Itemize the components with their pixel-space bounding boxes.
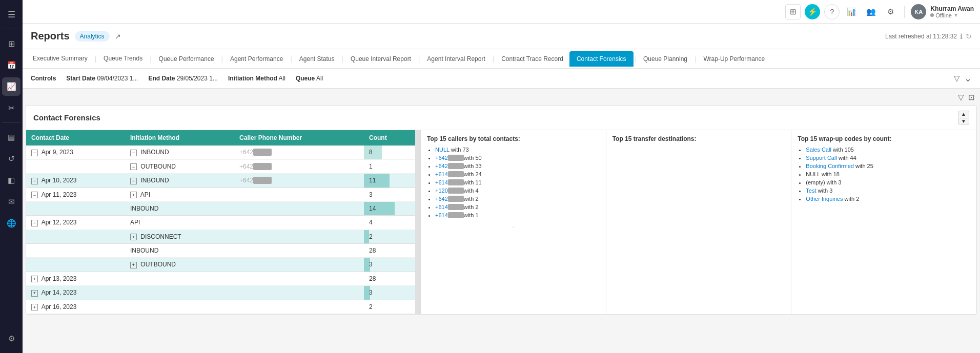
expand-minus-icon[interactable]: − [130,150,137,156]
start-date-control[interactable]: Start Date 09/04/2023 1... [66,75,138,82]
tab-agent-interval[interactable]: Agent Interval Report [421,51,491,67]
col-count: Count [364,130,415,146]
sidebar: ☰ ⊞ 📅 📈 ✂ ▤ ↺ ◧ ✉ 🌐 ⚙ [0,0,23,353]
list-item: +614 with 1 [435,212,600,218]
top-wrapup-panel: Top 15 wrap-up codes by count: Sales Cal… [791,130,976,314]
info-icon[interactable]: ℹ [960,32,963,40]
table-row: + DISCONNECT 2 [26,230,415,244]
list-item: Other Inquiries with 2 [806,196,970,202]
menu-icon[interactable]: ☰ [2,5,21,24]
refresh-icon[interactable]: ↻ [966,32,972,40]
table-row: INBOUND 28 [26,244,415,258]
top-navbar: ⊞ ⚡ ? 📊 👥 ⚙ KA Khurram Awan Offline ▼ [23,0,980,24]
refresh-info: Last refreshed at 11:28:32 [885,33,957,40]
panel-scroll-up-btn[interactable]: ▲ [958,111,969,117]
expand-minus-icon[interactable]: − [31,220,38,226]
forensics-panel-header: Contact Forensics ▲ ▼ [26,106,976,130]
expand-controls-icon[interactable]: ⌄ [964,73,972,84]
top-transfer-title: Top 15 transfer destinations: [612,135,785,142]
panel-scroll-down-btn[interactable]: ▼ [958,118,969,124]
tab-contact-forensics[interactable]: Contact Forensics [569,51,634,67]
history-icon[interactable]: ↺ [2,150,21,168]
external-link-icon[interactable]: ↗ [115,32,121,40]
list-item: NULL with 73 [435,147,600,153]
list-item: +120 with 4 [435,188,600,194]
expand-plus-icon[interactable]: + [31,276,38,282]
lightning-icon[interactable]: ⚡ [805,4,820,19]
expand-minus-icon[interactable]: − [31,178,38,184]
list-item: Support Call with 44 [806,155,970,161]
list-item: +614 with 2 [435,204,600,210]
expand-plus-icon[interactable]: + [130,262,137,268]
table-row: INBOUND 14 [26,202,415,216]
end-date-control[interactable]: End Date 29/05/2023 1... [148,75,217,82]
expand-plus-icon[interactable]: + [31,304,38,310]
tab-queue-performance[interactable]: Queue Performance [153,51,220,67]
controls-label: Controls [31,75,56,82]
page-title: Reports [31,30,70,42]
tab-queue-interval[interactable]: Queue Interval Report [344,51,417,67]
layout-icon[interactable]: ⊞ [785,4,801,19]
tab-contract-trace[interactable]: Contract Trace Record [495,51,569,67]
dashboard-icon[interactable]: ⊞ [2,34,21,53]
tab-agent-status[interactable]: Agent Status [293,51,341,67]
analytics-chart-icon[interactable]: 📊 [844,4,859,19]
table-row: − Apr 10, 2023 − INBOUND +642 [26,174,415,188]
table-row: + Apr 13, 2023 28 [26,272,415,286]
table-row: − Apr 12, 2023 API 4 [26,216,415,230]
tab-queue-planning[interactable]: Queue Planning [637,51,693,67]
layers-icon[interactable]: ▤ [2,128,21,147]
list-item: +642 with 50 [435,155,600,161]
user-name: Khurram Awan [930,5,974,12]
chart-bar-icon[interactable]: 📈 [2,77,21,96]
expand-minus-icon[interactable]: − [31,150,38,156]
expand-minus-icon[interactable]: − [130,163,137,170]
col-contact-date: Contact Date [26,130,125,146]
expand-plus-icon[interactable]: + [130,234,137,240]
tab-wrapup-performance[interactable]: Wrap-Up Performance [697,51,771,67]
queue-control[interactable]: Queue All [296,75,323,82]
table-expand-icon[interactable]: ⊡ [968,93,975,102]
copy-icon[interactable]: ◧ [2,171,21,190]
calendar-icon[interactable]: 📅 [2,56,21,74]
forensics-panel-title: Contact Forensics [33,113,100,122]
page-header: Reports Analytics ↗ Last refreshed at 11… [23,24,980,49]
list-item: Booking Confirmed with 25 [806,163,970,169]
tab-queue-trends[interactable]: Queue Trends [97,51,149,67]
expand-minus-icon[interactable]: − [130,178,137,184]
list-item: +614 with 11 [435,179,600,185]
table-row: − OUTBOUND +642 1 [26,159,415,174]
list-item: NULL with 18 [806,171,970,177]
contacts-table-section: Contact Date Initiation Method Caller Ph… [26,130,416,314]
expand-minus-icon[interactable]: − [31,192,38,198]
list-item: (empty) with 3 [806,179,970,185]
top-transfer-panel: Top 15 transfer destinations: [606,130,792,314]
help-icon[interactable]: ? [824,4,840,19]
expand-plus-icon[interactable]: + [31,290,38,297]
list-item: +642 with 2 [435,196,600,202]
globe-icon[interactable]: 🌐 [2,214,21,233]
list-item: Sales Call with 105 [806,147,970,153]
filter-icon[interactable]: ▽ [954,74,960,83]
table-row: − Apr 9, 2023 − INBOUND +642 [26,146,415,159]
initiation-method-control[interactable]: Initiation Method All [228,75,285,82]
tabs-container: Executive Summary | Queue Trends | Queue… [23,49,980,69]
users-icon[interactable]: 👥 [863,4,879,19]
mail-icon[interactable]: ✉ [2,193,21,211]
controls-bar: Controls Start Date 09/04/2023 1... End … [23,69,980,89]
forensics-panel: Contact Forensics ▲ ▼ Contact Date Initi… [26,105,977,315]
top-wrapup-title: Top 15 wrap-up codes by count: [798,135,970,142]
analytics-badge: Analytics [75,31,110,41]
expand-plus-icon[interactable]: + [130,192,137,198]
scissors-icon[interactable]: ✂ [2,99,21,117]
avatar: KA [911,4,926,19]
sliders-icon[interactable]: ⚙ [883,4,898,19]
list-item: Test with 3 [806,188,970,194]
content-area: ▽ ⊡ Contact Forensics ▲ ▼ [23,89,980,353]
col-initiation-method: Initiation Method [125,130,234,146]
table-row: + OUTBOUND 3 [26,258,415,272]
table-filter-icon[interactable]: ▽ [958,93,964,102]
tab-agent-performance[interactable]: Agent Performance [224,51,289,67]
tab-executive-summary[interactable]: Executive Summary [27,51,94,67]
settings-gear-icon[interactable]: ⚙ [2,329,21,348]
